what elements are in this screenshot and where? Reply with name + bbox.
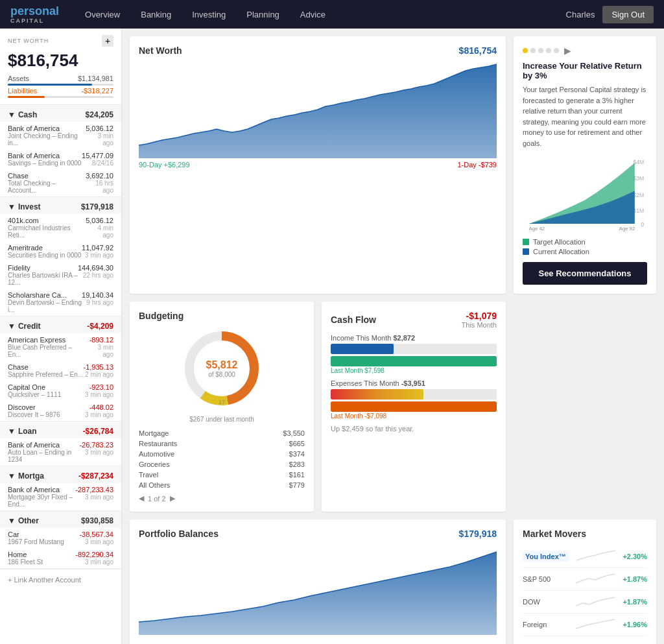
sidebar-section-loan: ▼ Loan -$26,784 Bank of AmericaAuto Loan… xyxy=(0,422,121,466)
nav-banking[interactable]: Banking xyxy=(141,10,171,19)
net-worth-90d: 90-Day +$6,299 xyxy=(139,161,190,169)
logo: personal CAPITAL xyxy=(10,5,59,24)
cashflow-title: Cash Flow xyxy=(331,315,376,325)
budgeting-card: Budgeting 17 $5,812 of xyxy=(130,302,314,512)
dot-arrow[interactable]: ▶ xyxy=(564,45,571,56)
market-row-1: S&P 500 +1.87% xyxy=(523,568,647,591)
sidebar-section-other: ▼ Other $930,858 Car1967 Ford Mustang-38… xyxy=(0,511,121,569)
market-row-4: US Bond -0.64% xyxy=(523,636,647,644)
invest-header[interactable]: ▼ Invest $179,918 xyxy=(0,197,121,214)
account-sub: Joint Checking – Ending in... xyxy=(8,132,86,147)
other-header[interactable]: ▼ Other $930,858 xyxy=(0,511,121,528)
dot-4 xyxy=(546,48,551,53)
market-change-3: +1.96% xyxy=(622,621,647,628)
user-menu[interactable]: Charles xyxy=(566,10,595,19)
promo-card: ▶ Increase Your Relative Return by 3% Yo… xyxy=(514,36,656,294)
cashflow-value: -$1,079 xyxy=(462,311,497,321)
sidebar-header: NET WORTH + xyxy=(0,29,121,49)
logo-sub: CAPITAL xyxy=(10,18,59,24)
next-page[interactable]: ▶ xyxy=(170,494,175,503)
promo-text: Your target Personal Capital strategy is… xyxy=(523,84,647,149)
net-worth-value: $816,754 xyxy=(459,45,497,56)
net-worth-card: Net Worth $816,754 xyxy=(130,36,506,294)
account-amount: 5,036.12 xyxy=(86,125,113,132)
recommendations-button[interactable]: See Recommendations xyxy=(523,262,647,285)
market-row-2: DOW +1.87% xyxy=(523,591,647,614)
mortgage-header[interactable]: ▼ Mortga -$287,234 xyxy=(0,466,121,483)
sidebar-section-credit: ▼ Credit -$4,209 American ExpressBlue Ca… xyxy=(0,316,121,422)
liab-row: Liabilities -$318,227 xyxy=(8,87,113,95)
market-name-2: DOW xyxy=(523,598,568,606)
main-content: Net Worth $816,754 xyxy=(122,29,664,644)
navbar: personal CAPITAL Overview Banking Invest… xyxy=(0,0,664,29)
liab-label: Liabilities xyxy=(8,87,37,95)
logo-text: personal xyxy=(10,5,59,18)
loan-header[interactable]: ▼ Loan -$26,784 xyxy=(0,422,121,438)
cash-amount: $24,205 xyxy=(86,110,113,119)
assets-row: Assets $1,134,981 xyxy=(8,75,113,82)
market-title: Market Movers xyxy=(523,529,647,539)
cashflow-card: Cash Flow -$1,079 This Month Income This… xyxy=(322,302,506,512)
main-layout: NET WORTH + $816,754 Assets $1,134,981 L… xyxy=(0,29,664,644)
promo-dots: ▶ xyxy=(523,45,647,56)
svg-text:$1M: $1M xyxy=(633,208,644,214)
expense-prev-bar xyxy=(331,401,497,412)
prev-page[interactable]: ◀ xyxy=(139,494,144,503)
promo-chart: $4M $3M $2M $1M 0 Age 42 Age 92 xyxy=(523,155,647,233)
link-account-button[interactable]: + Link Another Account xyxy=(0,569,121,590)
svg-text:$4M: $4M xyxy=(633,159,644,165)
market-change-2: +1.87% xyxy=(622,598,647,606)
cash-account-2: Bank of America Savings – Ending in 0000… xyxy=(0,149,121,169)
nav-advice[interactable]: Advice xyxy=(300,10,326,19)
portfolio-card: Portfolio Balances $179,918 xyxy=(130,519,506,644)
budget-items: Mortgage$3,550 Restaurants$665 Automotiv… xyxy=(139,428,305,490)
row2: Budgeting 17 $5,812 of xyxy=(130,302,656,512)
cash-chevron: ▼ xyxy=(8,110,16,119)
signout-button[interactable]: Sign Out xyxy=(602,6,654,23)
market-name-3: Foreign xyxy=(523,621,568,628)
svg-text:17: 17 xyxy=(219,399,225,405)
add-account-button[interactable]: + xyxy=(102,35,113,47)
sidebar-section-cash-header[interactable]: ▼ Cash $24,205 xyxy=(0,105,121,122)
assets-value: $1,134,981 xyxy=(78,75,113,82)
donut-of: of $8,000 xyxy=(206,371,238,378)
market-change-1: +1.87% xyxy=(622,575,647,583)
portfolio-title: Portfolio Balances xyxy=(139,529,219,539)
sidebar-section-mortgage: ▼ Mortga -$287,234 Bank of AmericaMortga… xyxy=(0,466,121,511)
liab-value: -$318,227 xyxy=(81,87,113,95)
svg-text:$3M: $3M xyxy=(633,175,644,182)
net-worth-1d: 1-Day -$739 xyxy=(457,161,497,169)
liab-bar xyxy=(8,96,113,98)
donut-area: 17 $5,812 of $8,000 xyxy=(139,326,305,411)
account-right: 5,036.12 3 min ago xyxy=(86,125,113,147)
cashflow-subtitle: This Month xyxy=(462,321,497,329)
market-row-0: You Index™ +2.30% xyxy=(523,545,647,568)
dot-5 xyxy=(554,48,559,53)
sidebar: NET WORTH + $816,754 Assets $1,134,981 L… xyxy=(0,29,122,644)
row3: Portfolio Balances $179,918 xyxy=(130,519,656,644)
credit-header[interactable]: ▼ Credit -$4,209 xyxy=(0,316,121,333)
market-movers-card: Market Movers You Index™ +2.30% S&P 500 … xyxy=(514,519,656,644)
market-row-3: Foreign +1.96% xyxy=(523,614,647,636)
net-worth-chart xyxy=(139,61,497,158)
legend-current: Current Allocation xyxy=(533,248,589,256)
budgeting-title: Budgeting xyxy=(139,311,184,321)
nav-investing[interactable]: Investing xyxy=(192,10,226,19)
sidebar-section-cash: ▼ Cash $24,205 Bank of America Joint Che… xyxy=(0,105,121,197)
you-index-label: You Index™ xyxy=(523,551,569,562)
nav-overview[interactable]: Overview xyxy=(85,10,120,19)
portfolio-chart xyxy=(139,544,497,641)
dot-2 xyxy=(530,48,536,53)
cashflow-ytd: Up $2,459 so far this year. xyxy=(331,425,497,433)
nav-links: Overview Banking Investing Planning Advi… xyxy=(85,10,566,19)
promo-title: Increase Your Relative Return by 3% xyxy=(523,61,647,80)
assets-label: Assets xyxy=(8,75,29,82)
legend-blue xyxy=(523,248,529,255)
sidebar-assets-liab: Assets $1,134,981 Liabilities -$318,227 xyxy=(0,75,121,105)
row1: Net Worth $816,754 xyxy=(130,36,656,294)
legend-green xyxy=(523,239,529,245)
dot-3 xyxy=(538,48,543,53)
svg-text:Age 42: Age 42 xyxy=(529,226,545,232)
nav-planning[interactable]: Planning xyxy=(246,10,279,19)
promo-legend: Target Allocation Current Allocation xyxy=(523,238,647,256)
